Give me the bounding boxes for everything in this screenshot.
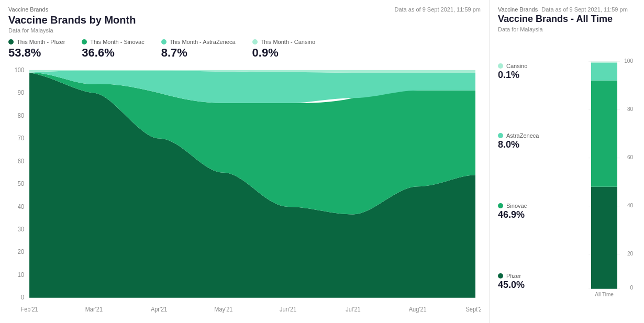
svg-text:0: 0 [630,284,633,290]
dot-brand-cansino [498,63,503,69]
svg-text:20: 20 [627,250,634,256]
left-panel: Vaccine Brands Vaccine Brands by Month D… [0,0,490,323]
metric-value-cansino: 0.9% [252,46,316,60]
svg-text:40: 40 [18,203,24,210]
svg-text:10: 10 [18,271,24,279]
svg-rect-45 [591,61,617,62]
brand-value-cansino: 0.1% [498,70,584,81]
svg-text:80: 80 [18,112,24,119]
brand-label-row-pfizer: Pfizer [498,273,584,279]
metric-label-pfizer: This Month - Pfizer [8,39,65,45]
svg-text:Jun'21: Jun'21 [280,305,296,313]
svg-text:All Time: All Time [595,291,614,297]
svg-rect-42 [591,186,617,288]
svg-text:50: 50 [18,180,24,187]
brand-value-pfizer: 45.0% [498,280,584,291]
brand-item-pfizer: Pfizer 45.0% [498,273,584,291]
svg-text:30: 30 [18,225,24,233]
svg-text:20: 20 [18,248,24,255]
brand-label-row-astra: AstraZeneca [498,132,584,139]
svg-text:Sept'21: Sept'21 [465,305,481,313]
dot-brand-astra [498,133,503,138]
brand-label-row-cansino: Cansino [498,63,584,69]
metric-value-astra: 8.7% [161,46,236,60]
chart-subtitle-right: Data for Malaysia [498,26,636,32]
svg-text:60: 60 [627,154,634,160]
svg-text:Mar'21: Mar'21 [85,305,103,313]
brand-value-astra: 8.0% [498,139,584,150]
dot-brand-sinovac [498,203,503,208]
dot-cansino [252,39,258,44]
brand-label-row-sinovac: Sinovac [498,203,584,209]
metric-item-cansino: This Month - Cansino 0.9% [252,39,316,60]
brand-item-astra: AstraZeneca 8.0% [498,132,584,150]
metric-item-astra: This Month - AstraZeneca 8.7% [161,39,236,60]
svg-text:60: 60 [18,157,24,165]
section-label-right: Vaccine Brands Data as of 9 Sept 2021, 1… [498,6,628,13]
svg-text:100: 100 [624,58,633,63]
brand-value-sinovac: 46.9% [498,209,584,220]
dot-pfizer [8,39,14,44]
right-panel: Vaccine Brands Data as of 9 Sept 2021, 1… [490,0,644,323]
dot-astra [161,39,166,44]
svg-text:Jul'21: Jul'21 [346,305,361,313]
svg-text:80: 80 [627,106,634,112]
metric-label-cansino: This Month - Cansino [252,39,316,45]
bar-chart-svg: 100 80 60 40 20 0 [589,37,636,317]
main-chart-area: 100 90 80 70 60 50 40 30 20 10 0 [8,64,481,317]
chart-title-right: Vaccine Brands - All Time [498,14,636,25]
metric-item-pfizer: This Month - Pfizer 53.8% [8,39,65,60]
brand-list: Cansino 0.1% AstraZeneca 8.0% Sinovac 46… [498,37,584,317]
metric-item-sinovac: This Month - Sinovac 36.6% [82,39,144,60]
svg-text:40: 40 [627,202,634,208]
data-as-of-left: Data as of 9 Sept 2021, 11:59 pm [394,6,481,13]
svg-text:70: 70 [18,134,24,142]
main-chart-svg: 100 90 80 70 60 50 40 30 20 10 0 [8,64,481,317]
metric-value-pfizer: 53.8% [8,46,65,60]
svg-text:0: 0 [21,293,24,301]
dot-sinovac [82,39,87,44]
section-label-left: Vaccine Brands [8,6,136,13]
metric-label-astra: This Month - AstraZeneca [161,39,236,45]
metric-value-sinovac: 36.6% [82,46,144,60]
chart-title-left: Vaccine Brands by Month [8,14,136,26]
bar-chart-area: 100 80 60 40 20 0 [589,37,636,317]
chart-subtitle-left: Data for Malaysia [8,27,136,34]
svg-text:Aug'21: Aug'21 [409,305,427,313]
svg-text:May'21: May'21 [214,305,232,313]
right-content: Cansino 0.1% AstraZeneca 8.0% Sinovac 46… [498,37,636,317]
svg-text:100: 100 [15,66,25,74]
svg-text:90: 90 [18,88,24,96]
brand-item-cansino: Cansino 0.1% [498,63,584,81]
svg-rect-43 [591,80,617,186]
svg-text:Apr'21: Apr'21 [151,305,168,313]
metric-label-sinovac: This Month - Sinovac [82,39,144,45]
svg-rect-44 [591,62,617,80]
svg-text:Feb'21: Feb'21 [20,305,38,313]
dot-brand-pfizer [498,273,503,279]
metrics-row: This Month - Pfizer 53.8% This Month - S… [8,39,481,60]
brand-item-sinovac: Sinovac 46.9% [498,203,584,220]
